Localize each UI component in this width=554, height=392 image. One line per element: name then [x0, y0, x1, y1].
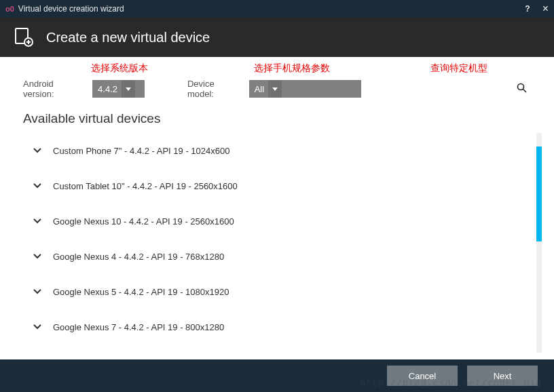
next-button[interactable]: Next: [467, 366, 538, 386]
content-area: 选择系统版本 选择手机规格参数 查询特定机型 Android version: …: [0, 57, 554, 359]
device-label: Google Nexus 10 - 4.4.2 - API 19 - 2560x…: [53, 216, 234, 227]
device-model-dropdown[interactable]: All: [249, 80, 361, 98]
page-title: Create a new virtual device: [46, 30, 210, 45]
chevron-down-icon: [122, 80, 135, 98]
chevron-down-icon: [33, 324, 42, 330]
chevron-down-icon: [33, 183, 42, 189]
device-row[interactable]: Google Nexus 7 - 4.4.2 - API 19 - 800x12…: [23, 309, 535, 345]
app-logo-icon: o0: [5, 5, 14, 13]
search-icon[interactable]: [517, 83, 527, 95]
device-add-icon: [14, 27, 34, 47]
titlebar: o0 Virtual device creation wizard ? ×: [0, 0, 554, 18]
device-row[interactable]: Custom Phone 7" - 4.4.2 - API 19 - 1024x…: [23, 133, 535, 168]
device-model-value: All: [255, 84, 264, 94]
device-label: Google Nexus 7 - 4.4.2 - API 19 - 800x12…: [53, 322, 224, 332]
help-icon[interactable]: ?: [525, 4, 530, 14]
device-label: Custom Tablet 10" - 4.4.2 - API 19 - 256…: [53, 181, 238, 191]
search-input[interactable]: [394, 84, 517, 94]
filter-bar: Android version: 4.4.2 Device model: All: [0, 75, 554, 106]
annotation-row: 选择系统版本 选择手机规格参数 查询特定机型: [0, 57, 554, 75]
android-version-dropdown[interactable]: 4.4.2: [92, 80, 145, 98]
svg-line-5: [523, 90, 526, 93]
chevron-down-icon: [268, 80, 282, 98]
device-label: Custom Phone 7" - 4.4.2 - API 19 - 1024x…: [53, 146, 229, 156]
scrollbar[interactable]: [536, 133, 542, 353]
device-list: Custom Phone 7" - 4.4.2 - API 19 - 1024x…: [23, 133, 535, 353]
annotation-search: 查询特定机型: [430, 62, 487, 75]
device-list-wrap: Custom Phone 7" - 4.4.2 - API 19 - 1024x…: [23, 133, 542, 353]
window: o0 Virtual device creation wizard ? × Cr…: [0, 0, 554, 392]
device-label: Google Nexus 5 - 4.4.2 - API 19 - 1080x1…: [53, 287, 229, 297]
device-label: Google Nexus 4 - 4.4.2 - API 19 - 768x12…: [53, 252, 224, 262]
header-banner: Create a new virtual device: [0, 18, 554, 57]
chevron-down-icon: [33, 218, 42, 224]
close-icon[interactable]: ×: [542, 3, 549, 15]
android-version-value: 4.4.2: [98, 84, 117, 94]
device-row[interactable]: Google Nexus 5 - 4.4.2 - API 19 - 1080x1…: [23, 274, 535, 309]
annotation-model: 选择手机规格参数: [254, 62, 430, 75]
section-heading: Available virtual devices: [0, 106, 554, 133]
chevron-down-icon: [33, 254, 42, 259]
device-model-label: Device model:: [187, 79, 242, 99]
annotation-version: 选择系统版本: [91, 62, 254, 75]
search-box: [394, 80, 531, 98]
cancel-button[interactable]: Cancel: [387, 366, 458, 386]
chevron-down-icon: [33, 148, 42, 153]
android-version-label: Android version:: [23, 79, 86, 99]
scrollbar-thumb[interactable]: [536, 146, 542, 241]
device-row[interactable]: Google Nexus 10 - 4.4.2 - API 19 - 2560x…: [23, 203, 535, 239]
footer: Cancel Next: [0, 359, 554, 392]
window-title: Virtual device creation wizard: [18, 4, 124, 14]
device-row[interactable]: Google Nexus 4 - 4.4.2 - API 19 - 768x12…: [23, 239, 535, 274]
device-row[interactable]: Custom Tablet 10" - 4.4.2 - API 19 - 256…: [23, 168, 535, 203]
svg-point-4: [517, 84, 523, 90]
chevron-down-icon: [33, 289, 42, 294]
